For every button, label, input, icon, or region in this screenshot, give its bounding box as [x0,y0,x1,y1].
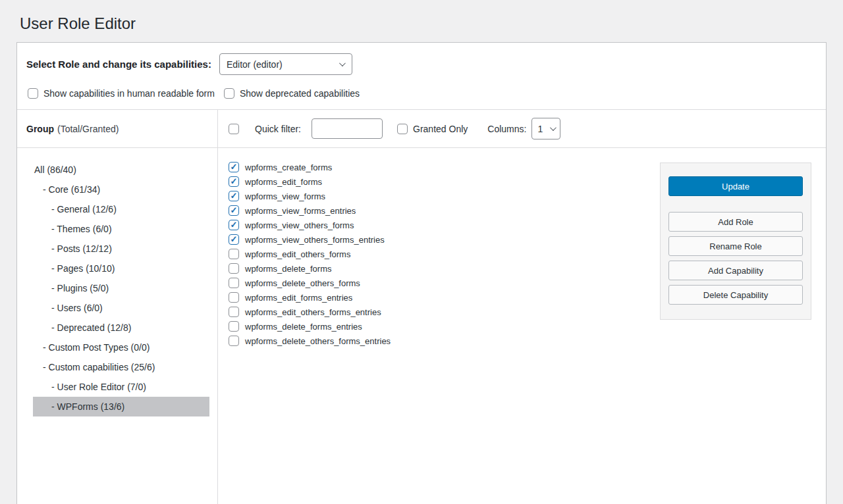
group-item[interactable]: - Custom Post Types (0/0) [33,338,209,357]
capability-row: ✓ wpforms_delete_forms [229,263,660,274]
capability-label: wpforms_delete_others_forms_entries [245,336,391,346]
capability-checkbox[interactable]: ✓ [229,263,239,274]
granted-only-label: Granted Only [413,124,468,134]
quick-filter-label: Quick filter: [255,124,301,134]
group-item-label: - Custom Post Types (0/0) [43,342,150,353]
group-item[interactable]: - Users (6/0) [33,298,209,318]
capability-checkbox[interactable]: ✓ [229,234,239,245]
update-button[interactable]: Update [668,176,803,196]
columns-select[interactable]: 1 [531,118,560,139]
capability-row: ✓ wpforms_view_forms [229,191,660,201]
group-item-label: - Custom capabilities (25/6) [43,362,155,372]
capability-row: ✓ wpforms_delete_others_forms [229,278,660,288]
capability-label: wpforms_edit_others_forms_entries [245,307,381,317]
deprecated-label: Show deprecated capabilities [240,88,360,99]
capability-row: ✓ wpforms_delete_others_forms_entries [229,336,660,346]
granted-only-checkbox[interactable]: ✓ [397,124,408,134]
chevron-down-icon [550,124,557,131]
group-item-label: - Core (61/34) [43,184,100,195]
role-select[interactable]: Editor (editor) [219,53,352,75]
group-item[interactable]: - Deprecated (12/8) [33,318,209,338]
capability-checkbox[interactable]: ✓ [229,220,239,230]
capability-label: wpforms_edit_forms [245,177,322,187]
capability-row: ✓ wpforms_view_forms_entries [229,205,660,216]
capability-row: ✓ wpforms_edit_others_forms [229,249,660,259]
add-capability-button[interactable]: Add Capability [668,261,803,280]
capabilities-list: ✓ wpforms_create_forms ✓ wpforms_edit_fo… [229,160,660,350]
checkmark-icon: ✓ [231,191,238,200]
capability-row: ✓ wpforms_edit_others_forms_entries [229,307,660,317]
human-readable-checkbox[interactable]: ✓ [28,88,38,99]
capability-label: wpforms_view_others_forms [245,220,354,230]
select-all-checkbox[interactable]: ✓ [229,124,239,134]
groups-tree: All (86/40)- Core (61/34)- General (12/6… [17,148,218,504]
group-item-label: - General (12/6) [51,204,117,214]
group-item-label: - WPForms (13/6) [51,401,124,412]
role-select-value: Editor (editor) [227,59,283,70]
actions-panel: Update Add Role Rename Role Add Capabili… [660,163,811,320]
capability-checkbox[interactable]: ✓ [229,307,239,317]
display-options-row: ✓ Show capabilities in human readable fo… [17,83,826,109]
group-item[interactable]: - Pages (10/10) [33,259,209,278]
filter-header-row: Group (Total/Granted) ✓ Quick filter: ✓ … [17,109,826,148]
capability-label: wpforms_view_forms_entries [245,206,356,216]
group-item[interactable]: All (86/40) [33,160,209,180]
group-item-label: - Users (6/0) [51,303,103,313]
select-role-label: Select Role and change its capabilities: [26,59,211,70]
group-item-label: - Plugins (5/0) [51,283,109,293]
group-item[interactable]: - Custom capabilities (25/6) [33,357,209,377]
deprecated-checkbox[interactable]: ✓ [224,88,234,99]
role-select-row: Select Role and change its capabilities:… [17,43,826,83]
group-item[interactable]: - General (12/6) [33,199,209,219]
capability-checkbox[interactable]: ✓ [229,336,239,346]
group-item[interactable]: - User Role Editor (7/0) [33,377,209,397]
capability-label: wpforms_edit_others_forms [245,249,350,259]
capability-row: ✓ wpforms_edit_forms_entries [229,292,660,303]
rename-role-button[interactable]: Rename Role [668,236,803,256]
group-label: Group [26,124,54,134]
capability-checkbox[interactable]: ✓ [229,249,239,259]
capability-checkbox[interactable]: ✓ [229,321,239,332]
group-item-label: - Pages (10/10) [51,263,115,274]
capability-label: wpforms_delete_forms [245,264,332,274]
capability-row: ✓ wpforms_view_others_forms_entries [229,234,660,245]
capability-checkbox[interactable]: ✓ [229,162,239,172]
human-readable-label: Show capabilities in human readable form [43,88,215,99]
human-readable-option: ✓ Show capabilities in human readable fo… [28,88,215,99]
editor-body: All (86/40)- Core (61/34)- General (12/6… [17,148,826,504]
columns-select-value: 1 [537,124,543,134]
group-item[interactable]: - Plugins (5/0) [33,278,209,298]
page-title: User Role Editor [0,0,843,42]
group-item-label: - Deprecated (12/8) [51,322,131,333]
deprecated-option: ✓ Show deprecated capabilities [224,88,360,99]
chevron-down-icon [339,60,346,66]
quick-filter-input[interactable] [312,118,383,139]
group-header: Group (Total/Granted) [17,110,218,147]
capability-label: wpforms_view_others_forms_entries [245,235,385,245]
group-sublabel: (Total/Granted) [57,124,119,134]
capability-label: wpforms_view_forms [245,191,325,201]
capability-checkbox[interactable]: ✓ [229,205,239,216]
capability-checkbox[interactable]: ✓ [229,176,239,187]
add-role-button[interactable]: Add Role [668,212,803,232]
capability-checkbox[interactable]: ✓ [229,278,239,288]
capability-label: wpforms_edit_forms_entries [245,293,352,303]
group-item-label: - Posts (12/12) [51,243,112,254]
user-role-editor-panel: Select Role and change its capabilities:… [16,42,827,504]
group-item[interactable]: - Core (61/34) [33,180,209,199]
group-item-label: - Themes (6/0) [51,224,112,234]
checkmark-icon: ✓ [231,220,238,229]
capability-row: ✓ wpforms_edit_forms [229,176,660,187]
capabilities-area: ✓ wpforms_create_forms ✓ wpforms_edit_fo… [218,148,826,504]
group-item-label: All (86/40) [34,164,76,175]
checkmark-icon: ✓ [231,177,238,186]
capability-row: ✓ wpforms_delete_forms_entries [229,321,660,332]
capability-label: wpforms_delete_forms_entries [245,322,362,332]
group-item[interactable]: - Posts (12/12) [33,239,209,259]
capability-checkbox[interactable]: ✓ [229,191,239,201]
capability-checkbox[interactable]: ✓ [229,292,239,303]
delete-capability-button[interactable]: Delete Capability [668,285,803,305]
group-item[interactable]: - Themes (6/0) [33,219,209,239]
checkmark-icon: ✓ [231,163,238,171]
group-item[interactable]: - WPForms (13/6) [33,397,209,416]
